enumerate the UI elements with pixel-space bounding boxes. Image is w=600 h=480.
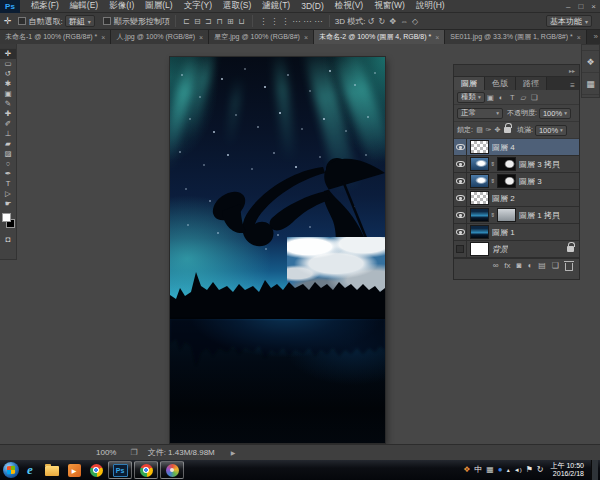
menu-item-file[interactable]: 檔案(F) [31,0,59,12]
fill-field[interactable]: 100%▾ [535,125,567,136]
taskbar-clock[interactable]: 上午 10:50 2016/2/18 [551,462,584,479]
show-transform-checkbox[interactable] [103,17,111,25]
network-icon[interactable]: ⚑ [526,460,533,480]
layer-row-2[interactable]: 圖層 2 [454,190,579,207]
layer-thumbnail[interactable] [470,242,489,256]
layer-name[interactable]: 背景 [492,244,508,255]
photoshop-taskbar-button[interactable]: Ps [108,461,132,479]
visibility-toggle[interactable] [454,241,467,258]
path-select-tool[interactable]: ▷ [0,189,16,199]
background-layer-row[interactable]: 背景 [454,241,579,258]
chrome-taskbar-button[interactable] [134,461,158,479]
align-bottom-button[interactable]: ⊔ [236,17,247,26]
layer-row-1-copy[interactable]: ∞ 圖層 1 拷貝 [454,207,579,224]
pen-tool[interactable]: ✒ [0,169,16,179]
align-left-button[interactable]: ⊏ [181,17,192,26]
tab-xingkong-jpg[interactable]: 星空.jpg @ 100% (RGB/8#)× [209,30,314,44]
layer-thumbnail[interactable] [470,174,489,188]
quick-mask-button[interactable]: ◘ [0,234,16,245]
internet-explorer-button[interactable]: e [19,460,41,480]
lasso-tool[interactable]: ↺ [0,69,16,79]
3d-roll-button[interactable]: ↻ [376,17,387,26]
close-tab-icon[interactable]: × [304,34,308,41]
distribute-top-button[interactable]: ⋮ [258,17,269,26]
menu-item-type[interactable]: 文字(Y) [184,0,212,12]
eyedropper-tool[interactable]: ✎ [0,99,16,109]
filter-pixel-icon[interactable]: ▣ [485,93,496,102]
align-center-h-button[interactable]: ⊟ [192,17,203,26]
layer-thumbnail[interactable] [470,191,489,205]
task-manager-icon[interactable]: ▦ [486,460,494,480]
hand-tool[interactable]: ☛ [0,199,16,209]
marquee-tool[interactable]: ▭ [0,59,16,69]
layer-row-1[interactable]: 圖層 1 [454,224,579,241]
blend-mode-dropdown[interactable]: 正常▾ [457,108,503,119]
layer-thumbnail[interactable] [470,208,489,222]
tab-overflow-icon[interactable]: » [594,32,598,41]
align-top-button[interactable]: ⊓ [214,17,225,26]
chrome-pinned-button[interactable] [85,460,107,480]
opacity-field[interactable]: 100%▾ [539,108,571,119]
3d-scale-button[interactable]: ◇ [409,17,420,26]
collapsed-panel-button-2[interactable]: ▦ [582,73,599,95]
filter-smart-object-icon[interactable]: ❏ [529,93,540,102]
close-tab-icon[interactable]: × [577,34,581,41]
gradient-tool[interactable]: ▨ [0,149,16,159]
visibility-toggle[interactable] [454,139,467,156]
menu-item-edit[interactable]: 編輯(E) [70,0,98,12]
menu-item-3d[interactable]: 3D(D) [301,1,324,11]
tool-preset-icon[interactable]: ✛ [4,16,12,26]
auto-select-dropdown[interactable]: 群組▾ [65,15,95,27]
lock-all-icon[interactable] [504,127,511,133]
layer-name[interactable]: 圖層 3 拷貝 [519,159,560,170]
adjustment-layer-button[interactable]: ◐ [527,261,532,270]
layer-name[interactable]: 圖層 1 拷貝 [519,210,560,221]
panel-menu-icon[interactable]: ≡ [566,81,579,90]
add-mask-button[interactable]: ◙ [517,261,522,270]
layer-styles-button[interactable]: fx [504,261,510,270]
move-tool[interactable]: ✛ [0,49,16,59]
security-shield-icon[interactable]: ● [498,460,503,480]
tab-channels[interactable]: 色版 [485,77,516,90]
paint-app-taskbar-button[interactable] [160,461,184,479]
close-tab-icon[interactable]: × [435,34,439,41]
layer-thumbnail[interactable] [470,140,489,154]
healing-brush-tool[interactable]: ✚ [0,109,16,119]
new-group-button[interactable]: ▤ [538,261,546,270]
layer-name[interactable]: 圖層 3 [519,176,542,187]
layer-mask-thumbnail[interactable] [497,174,516,188]
layer-row-3[interactable]: ∞ 圖層 3 [454,173,579,190]
visibility-toggle[interactable] [454,207,467,224]
visibility-toggle[interactable] [454,190,467,207]
canvas-image[interactable] [170,57,385,443]
type-tool[interactable]: T [0,179,16,189]
new-layer-button[interactable]: ❏ [552,261,559,270]
status-options-arrow[interactable]: ▶ [231,449,236,456]
link-layers-button[interactable]: ∞ [493,261,499,270]
layer-row-4[interactable]: 圖層 4 [454,139,579,156]
filter-type-icon[interactable]: T [507,93,518,102]
collapse-dock-button[interactable]: ▸▸ [569,67,575,74]
menu-item-view[interactable]: 檢視(V) [335,0,363,12]
sync-icon[interactable]: ↻ [537,460,544,480]
visibility-toggle[interactable] [454,224,467,241]
start-button[interactable] [3,462,19,478]
tab-se011-jpg[interactable]: SE011.jpg @ 33.3% (圖層 1, RGB/8#) *× [445,30,587,44]
layer-name[interactable]: 圖層 2 [492,193,515,204]
tab-ren-jpg[interactable]: 人.jpg @ 100% (RGB/8#)× [111,30,209,44]
visibility-toggle[interactable] [454,156,467,173]
tab-paths[interactable]: 路徑 [516,77,547,90]
3d-drag-button[interactable]: ✥ [387,17,398,26]
lock-transparency-icon[interactable]: ▨ [475,126,484,134]
crop-tool[interactable]: ▣ [0,89,16,99]
lock-image-icon[interactable]: ✑ [484,126,493,134]
tab-layers[interactable]: 圖層 [454,77,485,90]
distribute-left-button[interactable]: ⋯ [291,17,302,26]
visibility-toggle[interactable] [454,173,467,190]
tray-app-icon[interactable]: ❖ [463,460,470,480]
align-center-v-button[interactable]: ⊞ [225,17,236,26]
menu-item-select[interactable]: 選取(S) [223,0,251,12]
3d-slide-button[interactable]: ⇔ [398,17,409,26]
layer-row-3-copy[interactable]: ∞ 圖層 3 拷貝 [454,156,579,173]
3d-rotate-button[interactable]: ↺ [365,17,376,26]
